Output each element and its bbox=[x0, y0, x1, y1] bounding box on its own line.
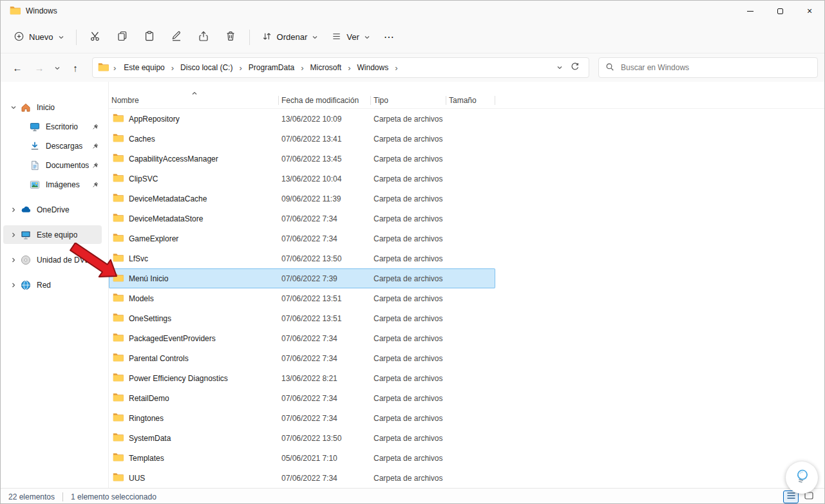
file-type: Carpeta de archivos bbox=[371, 474, 446, 483]
sort-button[interactable]: Ordenar bbox=[255, 26, 325, 49]
thumbnail-view-icon bbox=[804, 492, 813, 501]
table-row-gameexplorer[interactable]: GameExplorer07/06/2022 7:34Carpeta de ar… bbox=[109, 229, 495, 248]
table-row-devicemetadatacache[interactable]: DeviceMetadataCache09/06/2022 11:39Carpe… bbox=[109, 189, 495, 209]
chevron-right-icon[interactable] bbox=[7, 282, 20, 288]
up-button[interactable]: ↑ bbox=[65, 57, 86, 78]
breadcrumb-separator-icon[interactable]: › bbox=[393, 63, 399, 73]
chevron-right-icon[interactable] bbox=[7, 207, 20, 213]
rename-icon bbox=[171, 30, 182, 44]
sidebar-item-label: Descargas bbox=[46, 142, 82, 151]
breadcrumb-segment-programdata[interactable]: ProgramData bbox=[245, 61, 298, 74]
breadcrumb-separator-icon[interactable]: › bbox=[169, 63, 176, 73]
table-row-menu-inicio[interactable]: Menú Inicio07/06/2022 7:39Carpeta de arc… bbox=[109, 268, 495, 288]
breadcrumb-segment-disco-local-c[interactable]: Disco local (C:) bbox=[177, 61, 236, 74]
sidebar-item-escritorio[interactable]: Escritorio bbox=[3, 117, 102, 136]
table-row-packagedeventproviders[interactable]: PackagedEventProviders07/06/2022 7:34Car… bbox=[109, 328, 495, 348]
table-row-systemdata[interactable]: SystemData07/06/2022 13:50Carpeta de arc… bbox=[109, 428, 495, 448]
refresh-button[interactable] bbox=[565, 59, 583, 76]
breadcrumb-separator-icon[interactable]: › bbox=[346, 63, 352, 73]
chevron-right-icon[interactable] bbox=[7, 257, 20, 263]
sidebar-item-documentos[interactable]: Documentos bbox=[3, 156, 102, 174]
back-button[interactable]: ← bbox=[7, 57, 28, 78]
rename-button[interactable] bbox=[163, 26, 190, 49]
table-row-uus[interactable]: UUS07/06/2022 7:34Carpeta de archivos bbox=[109, 468, 495, 488]
table-row-retaildemo[interactable]: RetailDemo07/06/2022 7:34Carpeta de arch… bbox=[109, 388, 495, 408]
share-button[interactable] bbox=[190, 26, 217, 49]
address-bar[interactable]: › Este equipo›Disco local (C:)›ProgramDa… bbox=[92, 57, 589, 78]
breadcrumb-segment-este-equipo[interactable]: Este equipo bbox=[120, 61, 167, 74]
file-type: Carpeta de archivos bbox=[371, 354, 446, 363]
column-header-type[interactable]: Tipo bbox=[371, 92, 446, 108]
delete-button[interactable] bbox=[217, 26, 244, 49]
column-header-name[interactable]: Nombre bbox=[109, 92, 279, 108]
cut-button[interactable] bbox=[82, 26, 109, 49]
sidebar-item-inicio[interactable]: Inicio bbox=[3, 98, 102, 117]
breadcrumb-separator-icon[interactable]: › bbox=[237, 63, 243, 73]
sidebar-item-descargas[interactable]: Descargas bbox=[3, 136, 102, 155]
column-headers: Nombre Fecha de modificación Tipo Tamaño bbox=[109, 92, 824, 109]
recent-locations-button[interactable] bbox=[51, 57, 64, 78]
chevron-right-icon[interactable] bbox=[7, 232, 20, 238]
file-modified: 13/06/2022 10:09 bbox=[279, 115, 371, 124]
file-name: LfSvc bbox=[129, 254, 148, 263]
file-name: GameExplorer bbox=[129, 234, 178, 243]
file-name: Menú Inicio bbox=[129, 274, 168, 283]
scissors-icon bbox=[90, 30, 101, 44]
help-bulb-widget[interactable] bbox=[786, 462, 818, 494]
table-row-ringtones[interactable]: Ringtones07/06/2022 7:34Carpeta de archi… bbox=[109, 408, 495, 428]
sort-icon bbox=[261, 31, 272, 44]
table-row-power-efficiency-diagnostics[interactable]: Power Efficiency Diagnostics13/06/2022 8… bbox=[109, 368, 495, 388]
table-row-parental-controls[interactable]: Parental Controls07/06/2022 7:34Carpeta … bbox=[109, 348, 495, 368]
breadcrumb-segment-microsoft[interactable]: Microsoft bbox=[307, 61, 345, 74]
search-box bbox=[598, 57, 818, 78]
file-modified: 07/06/2022 13:41 bbox=[279, 135, 371, 144]
chevron-down-icon[interactable] bbox=[7, 104, 20, 111]
back-icon: ← bbox=[13, 62, 23, 73]
pin-icon bbox=[91, 142, 102, 150]
sidebar-item-este-equipo[interactable]: Este equipo bbox=[3, 225, 102, 244]
breadcrumb-separator-icon[interactable]: › bbox=[299, 63, 305, 73]
folder-icon bbox=[113, 133, 124, 144]
content-area: InicioEscritorioDescargasDocumentosImáge… bbox=[1, 82, 824, 488]
sidebar-item-onedrive[interactable]: OneDrive bbox=[3, 200, 102, 219]
file-type: Carpeta de archivos bbox=[371, 154, 446, 163]
table-row-caches[interactable]: Caches07/06/2022 13:41Carpeta de archivo… bbox=[109, 129, 495, 149]
clipboard-icon bbox=[144, 30, 155, 44]
breadcrumb-segment-windows[interactable]: Windows bbox=[354, 61, 392, 74]
table-row-devicemetadatastore[interactable]: DeviceMetadataStore07/06/2022 7:34Carpet… bbox=[109, 209, 495, 229]
column-header-size[interactable]: Tamaño bbox=[446, 92, 495, 108]
documents-icon bbox=[29, 160, 41, 171]
column-header-modified[interactable]: Fecha de modificación bbox=[279, 92, 371, 108]
breadcrumb-separator-icon[interactable]: › bbox=[111, 63, 118, 73]
paste-button[interactable] bbox=[136, 26, 163, 49]
table-row-models[interactable]: Models07/06/2022 13:51Carpeta de archivo… bbox=[109, 288, 495, 308]
file-type: Carpeta de archivos bbox=[371, 135, 446, 144]
file-name: AppRepository bbox=[129, 115, 180, 124]
forward-button[interactable]: → bbox=[29, 57, 50, 78]
new-button[interactable]: Nuevo bbox=[7, 26, 71, 49]
folder-icon bbox=[10, 6, 21, 17]
file-name: SystemData bbox=[129, 434, 171, 443]
folder-icon bbox=[113, 293, 124, 304]
folder-icon bbox=[113, 233, 124, 244]
close-button[interactable]: × bbox=[795, 1, 824, 21]
table-row-capabilityaccessmanager[interactable]: CapabilityAccessManager07/06/2022 13:45C… bbox=[109, 149, 495, 169]
maximize-button[interactable] bbox=[765, 1, 795, 21]
search-input[interactable] bbox=[620, 62, 811, 73]
file-list-pane: Nombre Fecha de modificación Tipo Tamaño… bbox=[109, 82, 824, 488]
view-button[interactable]: Ver bbox=[325, 26, 377, 49]
table-row-clipsvc[interactable]: ClipSVC13/06/2022 10:04Carpeta de archiv… bbox=[109, 169, 495, 189]
table-row-lfsvc[interactable]: LfSvc07/06/2022 13:50Carpeta de archivos bbox=[109, 248, 495, 268]
file-name: PackagedEventProviders bbox=[129, 334, 216, 343]
sidebar-item-imagenes[interactable]: Imágenes bbox=[3, 175, 102, 194]
table-row-apprepository[interactable]: AppRepository13/06/2022 10:09Carpeta de … bbox=[109, 109, 495, 129]
minimize-button[interactable] bbox=[735, 1, 765, 21]
more-options-button[interactable]: ⋯ bbox=[377, 26, 401, 49]
address-dropdown-chevron-icon[interactable] bbox=[556, 64, 563, 71]
table-row-onesettings[interactable]: OneSettings07/06/2022 13:51Carpeta de ar… bbox=[109, 308, 495, 328]
sidebar-item-unidad-de-dvd[interactable]: Unidad de DVD ( bbox=[3, 250, 102, 269]
table-row-templates[interactable]: Templates05/06/2021 7:10Carpeta de archi… bbox=[109, 448, 495, 468]
file-modified: 07/06/2022 13:51 bbox=[279, 294, 371, 303]
copy-button[interactable] bbox=[109, 26, 136, 49]
sidebar-item-red[interactable]: Red bbox=[3, 275, 102, 294]
